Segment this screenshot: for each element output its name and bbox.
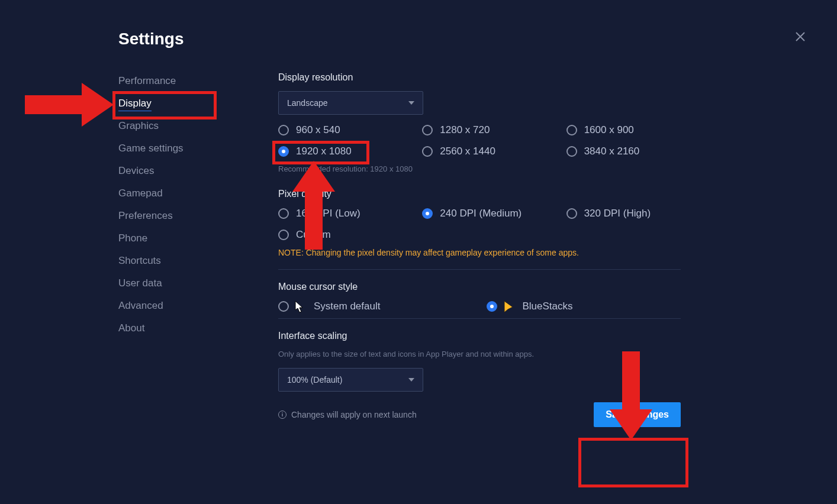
nav-item-devices[interactable]: Devices [118,160,154,182]
orientation-value: Landscape [287,98,328,108]
density-option[interactable]: 240 DPI (Medium) [422,208,560,219]
resolution-option-label: 1920 x 1080 [296,146,352,157]
scaling-dropdown[interactable]: 100% (Default) [278,368,423,392]
chevron-down-icon [408,101,414,105]
resolution-recommended: Recommended resolution: 1920 x 1080 [278,164,704,173]
resolution-option[interactable]: 960 x 540 [278,124,416,136]
resolution-option[interactable]: 1600 x 900 [566,124,704,136]
scaling-hint: Only applies to the size of text and ico… [278,350,704,358]
divider [278,269,681,270]
radio-icon [278,208,289,219]
radio-icon [278,125,289,135]
cursor-options: System default BlueStacks [278,301,704,312]
launch-info: i Changes will apply on next launch [278,410,417,419]
resolution-option[interactable]: 1920 x 1080 [278,146,416,157]
resolution-option[interactable]: 3840 x 2160 [566,146,704,157]
cursor-bluestacks-label: BlueStacks [522,301,572,312]
nav-item-display[interactable]: Display [118,92,152,115]
orientation-dropdown[interactable]: Landscape [278,91,423,115]
nav-item-phone[interactable]: Phone [118,227,147,250]
nav-item-game-settings[interactable]: Game settings [118,137,184,160]
nav-item-performance[interactable]: Performance [118,70,176,92]
radio-icon [278,230,289,240]
settings-sidebar: Settings PerformanceDisplayGraphicsGame … [118,30,278,480]
nav-item-shortcuts[interactable]: Shortcuts [118,250,161,272]
launch-info-text: Changes will apply on next launch [291,410,417,419]
info-icon: i [278,411,286,419]
nav-item-graphics[interactable]: Graphics [118,115,159,137]
chevron-down-icon [408,378,414,382]
density-option-label: 240 DPI (Medium) [440,208,521,219]
nav-item-about[interactable]: About [118,317,144,340]
radio-icon [278,301,289,312]
nav-item-user-data[interactable]: User data [118,272,162,295]
resolution-option-label: 960 x 540 [296,124,340,136]
cursor-option-system[interactable]: System default [278,301,380,312]
resolution-option-label: 1600 x 900 [584,124,634,136]
nav-item-gamepad[interactable]: Gamepad [118,182,163,205]
radio-icon [422,146,433,157]
radio-icon [566,208,577,219]
cursor-system-label: System default [314,301,380,312]
density-option-label: 160 DPI (Low) [296,208,360,219]
radio-icon [422,208,433,219]
close-button[interactable] [794,31,806,43]
density-option-label: 320 DPI (High) [584,208,651,219]
resolution-option[interactable]: 1280 x 720 [422,124,560,136]
footer: i Changes will apply on next launch Save… [278,402,681,427]
density-option[interactable]: 160 DPI (Low) [278,208,416,219]
density-option[interactable]: Custom [278,229,416,241]
radio-icon [278,146,289,157]
density-option[interactable]: 320 DPI (High) [566,208,704,219]
save-changes-button[interactable]: Save changes [594,402,681,427]
scaling-label: Interface scaling [278,331,704,341]
density-options: 160 DPI (Low)240 DPI (Medium)320 DPI (Hi… [278,208,704,241]
density-option-label: Custom [296,229,331,241]
density-label: Pixel density [278,189,704,199]
resolution-option-label: 3840 x 2160 [584,146,640,157]
divider [278,318,681,319]
scaling-value: 100% (Default) [287,375,342,385]
cursor-label: Mouse cursor style [278,282,704,292]
radio-icon [487,301,497,312]
radio-icon [566,125,577,135]
radio-icon [566,146,577,157]
resolution-options: 960 x 5401280 x 7201600 x 9001920 x 1080… [278,124,704,157]
resolution-option[interactable]: 2560 x 1440 [422,146,560,157]
nav-list: PerformanceDisplayGraphicsGame settingsD… [118,70,278,340]
resolution-label: Display resolution [278,72,704,83]
resolution-option-label: 2560 x 1440 [440,146,495,157]
nav-item-preferences[interactable]: Preferences [118,205,173,227]
nav-item-advanced[interactable]: Advanced [118,295,163,317]
settings-main: Display resolution Landscape 960 x 54012… [278,30,704,480]
density-note: NOTE: Changing the pixel density may aff… [278,248,704,257]
page-title: Settings [118,30,278,49]
resolution-option-label: 1280 x 720 [440,124,490,136]
radio-icon [422,125,433,135]
cursor-option-bluestacks[interactable]: BlueStacks [487,301,572,312]
